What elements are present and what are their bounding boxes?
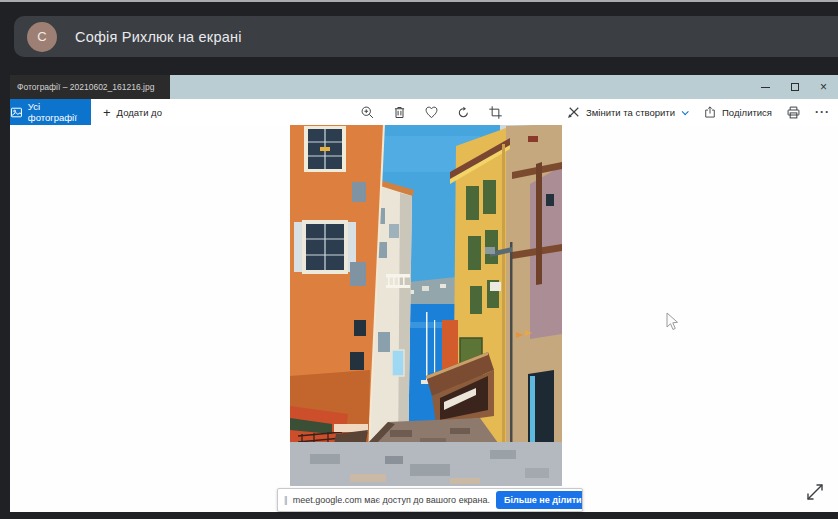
share-label[interactable]: Поділитися xyxy=(722,107,772,118)
maximize-icon xyxy=(791,83,799,91)
share-notice-message: meet.google.com має доступ до вашого екр… xyxy=(293,495,490,505)
minimize-icon xyxy=(761,87,770,88)
avatar: C xyxy=(27,22,57,52)
stop-sharing-button[interactable]: Більше не ділитися xyxy=(496,491,583,509)
all-photos-label: Усі фотографії xyxy=(28,101,91,123)
minimize-button[interactable] xyxy=(751,75,780,99)
see-more-icon[interactable]: ··· xyxy=(815,105,830,119)
photos-app-window: Фотографії – 20210602_161216.jpg × Усі ф… xyxy=(10,75,838,512)
add-to-button[interactable]: + Додати до xyxy=(103,99,162,125)
close-icon: × xyxy=(820,81,827,93)
window-title: Фотографії – 20210602_161216.jpg xyxy=(10,75,170,99)
edit-create-icon xyxy=(567,105,581,119)
photo-actions xyxy=(360,99,503,125)
favorite-heart-icon[interactable] xyxy=(424,105,439,120)
zoom-icon[interactable] xyxy=(360,105,375,120)
close-button[interactable]: × xyxy=(809,75,838,99)
all-photos-button[interactable]: Усі фотографії xyxy=(10,99,91,125)
delete-icon[interactable] xyxy=(392,105,407,120)
drag-grip-icon[interactable]: || xyxy=(284,495,287,505)
avatar-letter: C xyxy=(37,29,46,44)
photos-toolbar: Усі фотографії + Додати до xyxy=(10,99,838,125)
screen-share-notice: || meet.google.com має доступ до вашого … xyxy=(277,488,583,512)
expand-icon[interactable] xyxy=(804,481,826,503)
shared-photo[interactable] xyxy=(290,125,562,486)
add-to-label: Додати до xyxy=(117,107,162,118)
presenter-name: Софія Рихлюк на екрані xyxy=(75,29,242,45)
print-icon[interactable] xyxy=(786,105,801,120)
toolbar-right-group: Змінити та створити Поділитися ··· xyxy=(567,99,830,125)
photo-canvas xyxy=(10,125,838,512)
rotate-icon[interactable] xyxy=(456,105,471,120)
window-controls: × xyxy=(751,75,838,99)
plus-icon: + xyxy=(103,106,111,119)
crop-icon[interactable] xyxy=(488,105,503,120)
mouse-cursor xyxy=(666,312,679,331)
chevron-down-icon[interactable] xyxy=(682,108,689,115)
maximize-button[interactable] xyxy=(780,75,809,99)
screen-top-edge xyxy=(0,0,838,2)
photo-icon xyxy=(10,106,23,119)
window-titlebar[interactable]: Фотографії – 20210602_161216.jpg × xyxy=(10,75,838,99)
presenter-bar: C Софія Рихлюк на екрані xyxy=(14,16,838,57)
share-icon xyxy=(703,105,717,119)
edit-create-label[interactable]: Змінити та створити xyxy=(586,107,675,118)
